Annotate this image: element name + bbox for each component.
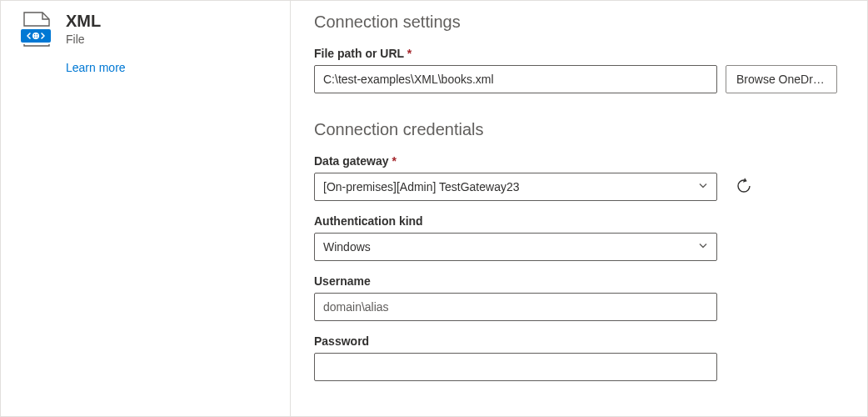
connector-title: XML xyxy=(66,11,101,31)
refresh-icon xyxy=(736,178,752,197)
connector-meta: XML File xyxy=(66,11,101,46)
username-label: Username xyxy=(314,274,844,288)
password-input[interactable] xyxy=(314,353,717,381)
username-input[interactable] xyxy=(314,293,717,321)
file-path-field: File path or URL * Browse OneDrive... xyxy=(314,47,844,93)
learn-more-link[interactable]: Learn more xyxy=(66,61,273,74)
password-field: Password xyxy=(314,334,844,381)
data-gateway-field: Data gateway * [On-premises][Admin] Test… xyxy=(314,154,844,201)
file-path-label: File path or URL * xyxy=(314,47,844,60)
authentication-kind-label: Authentication kind xyxy=(314,214,844,228)
connector-subtitle: File xyxy=(66,33,101,46)
username-field: Username xyxy=(314,274,844,321)
data-gateway-label: Data gateway * xyxy=(314,154,844,168)
password-label: Password xyxy=(314,334,844,348)
browse-onedrive-button[interactable]: Browse OneDrive... xyxy=(726,65,837,93)
refresh-gateway-button[interactable] xyxy=(732,175,756,198)
required-asterisk: * xyxy=(392,154,396,168)
data-gateway-select[interactable]: [On-premises][Admin] TestGateway23 xyxy=(314,173,717,201)
file-path-label-text: File path or URL xyxy=(314,47,404,60)
authentication-kind-field: Authentication kind Windows xyxy=(314,214,844,261)
main-panel: Connection settings File path or URL * B… xyxy=(291,1,867,416)
required-asterisk: * xyxy=(407,47,412,60)
file-path-input[interactable] xyxy=(314,65,717,93)
connector-header: XML File xyxy=(17,11,273,48)
authentication-kind-select[interactable]: Windows xyxy=(314,233,717,261)
data-gateway-label-text: Data gateway xyxy=(314,154,388,168)
xml-file-icon xyxy=(17,11,54,48)
connection-credentials-heading: Connection credentials xyxy=(314,120,844,139)
connection-settings-heading: Connection settings xyxy=(314,13,844,32)
sidebar: XML File Learn more xyxy=(1,1,291,416)
